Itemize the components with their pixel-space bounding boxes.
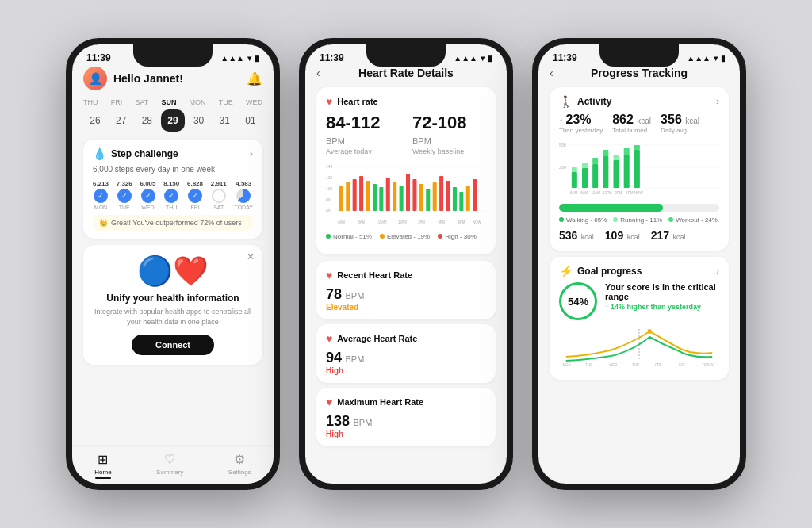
step-day-wed: 6,005 ✓ WED xyxy=(140,180,156,210)
stat-daily-avg: 356 kcal Daily avg xyxy=(661,113,699,134)
step-challenge-header: 💧 Step challenge › xyxy=(93,147,253,160)
svg-rect-48 xyxy=(592,164,598,188)
close-button[interactable]: ✕ xyxy=(247,251,255,262)
activity-card: 🚶 Activity › ↑ 23% Than yesterday xyxy=(550,87,729,251)
step-icon: 💧 xyxy=(93,147,106,160)
cal-date-active[interactable]: 29 xyxy=(161,109,185,132)
heart-icon-max: ♥ xyxy=(326,396,332,408)
svg-rect-45 xyxy=(572,167,577,172)
svg-rect-24 xyxy=(433,182,437,211)
svg-rect-10 xyxy=(339,186,343,211)
signal-icon: ▲▲▲ xyxy=(687,54,710,63)
outperform-badge: 👑 Great! You've outperformed 72% of user… xyxy=(93,215,253,231)
stat-avg-value: 356 xyxy=(661,113,682,126)
battery-icon: ▮ xyxy=(255,54,259,63)
wifi-icon: ▾ xyxy=(247,54,251,63)
step-day-fri: 6,828 ✓ FRI xyxy=(187,180,203,210)
svg-rect-13 xyxy=(359,176,363,211)
goal-up-arrow: ↑ xyxy=(605,303,611,311)
goal-text-block: Your score is in the critical range ↑ 14… xyxy=(605,282,719,311)
goal-chevron-icon[interactable]: › xyxy=(716,266,719,277)
cal-date[interactable]: 28 xyxy=(135,109,159,132)
cal-date[interactable]: 27 xyxy=(109,109,133,132)
stat-up-arrow: ↑ xyxy=(559,116,566,125)
chevron-right-icon[interactable]: › xyxy=(250,148,253,159)
svg-rect-30 xyxy=(473,179,477,211)
nav-summary[interactable]: ♡ Summary xyxy=(156,452,183,479)
greeting-text: Hello Jannet! xyxy=(113,72,183,85)
goal-icon: ⚡ xyxy=(559,265,573,277)
status-bar-3: 11:39 ▲▲▲ ▾ ▮ xyxy=(538,44,740,67)
svg-rect-26 xyxy=(446,181,450,211)
back-button-progress[interactable]: ‹ xyxy=(550,67,553,79)
step-days-row: 6,213 ✓ MON 7,326 ✓ TUE 6,005 ✓ WED xyxy=(93,180,253,210)
walking-icon: 🚶 xyxy=(559,95,573,108)
average-bpm-unit: BPM xyxy=(345,354,364,364)
cal-date[interactable]: 01 xyxy=(239,109,262,132)
cal-date[interactable]: 30 xyxy=(187,109,211,132)
avatar: 👤 xyxy=(83,67,107,90)
status-icons-3: ▲▲▲ ▾ ▮ xyxy=(687,54,726,63)
activity-section-label: Activity xyxy=(577,96,611,107)
step-day-today: 4,583 TODAY xyxy=(235,180,253,210)
legend-workout: Workout - 24% xyxy=(668,216,718,224)
kcal-running: 109 kcal xyxy=(605,228,640,243)
recent-hr-card: ♥ Recent Heart Rate 78 BPM Elevated xyxy=(316,261,496,319)
svg-text:TODAY: TODAY xyxy=(702,363,714,367)
battery-icon: ▮ xyxy=(488,54,492,63)
heart-icon-avg: ♥ xyxy=(326,332,332,345)
legend-normal: Normal - 51% xyxy=(326,233,372,240)
step-day-thu: 8,150 ✓ THU xyxy=(163,180,179,210)
step-day-tue: 7,326 ✓ TUE xyxy=(117,180,132,210)
progress-header: ‹ Progress Tracking xyxy=(550,67,729,79)
connect-button[interactable]: Connect xyxy=(132,335,214,355)
svg-text:TUE: TUE xyxy=(585,363,592,367)
heart-icon: ♥ xyxy=(326,95,332,108)
cal-date[interactable]: 26 xyxy=(83,109,107,132)
step-check-sat xyxy=(212,189,226,203)
goal-percent-circle: 54% xyxy=(559,282,597,320)
recent-bpm-value: 78 xyxy=(326,286,342,302)
status-bar-1: 11:39 ▲▲▲ ▾ ▮ xyxy=(72,44,274,67)
svg-text:10AM: 10AM xyxy=(378,220,387,224)
svg-text:500: 500 xyxy=(559,143,566,147)
heart-rate-header: ‹ Heart Rate Details xyxy=(316,67,496,79)
step-check-thu: ✓ xyxy=(164,189,178,203)
bell-icon[interactable]: 🔔 xyxy=(247,71,262,86)
back-button[interactable]: ‹ xyxy=(316,67,320,79)
average-status: High xyxy=(326,366,486,375)
goal-title-text: Your score is in the critical range xyxy=(605,282,719,301)
stat-total-burned: 862 kcal Total burned xyxy=(612,113,651,134)
recent-status: Elevated xyxy=(326,303,486,312)
bpm-weekly-value: 72-108 xyxy=(412,113,467,132)
legend-elevated: Elevated - 19% xyxy=(380,233,430,240)
nav-settings[interactable]: ⚙ Settings xyxy=(228,452,251,479)
nav-home[interactable]: ⊞ Home xyxy=(94,452,111,479)
activity-kcal-row: 536 kcal 109 kcal 217 kcal xyxy=(559,228,719,243)
activity-chevron-icon[interactable]: › xyxy=(716,96,719,107)
svg-point-73 xyxy=(648,329,652,334)
battery-icon: ▮ xyxy=(721,54,726,63)
stat-burned-value: 862 xyxy=(612,113,634,126)
svg-rect-15 xyxy=(373,184,377,211)
svg-rect-50 xyxy=(603,156,608,188)
svg-text:2PM: 2PM xyxy=(615,191,622,195)
heart-rate-chart: 140 120 100 80 60 xyxy=(326,162,486,225)
svg-text:WED: WED xyxy=(609,363,618,367)
bpm-today-unit: BPM xyxy=(326,136,345,146)
bpm-today-label: Average today xyxy=(326,147,400,155)
svg-rect-46 xyxy=(582,168,588,188)
recent-hr-label: ♥ Recent Heart Rate xyxy=(326,269,486,281)
svg-rect-22 xyxy=(419,184,423,211)
svg-text:60: 60 xyxy=(326,209,331,213)
home-header: 👤 Hello Jannet! 🔔 xyxy=(83,67,262,90)
step-challenge-card: 💧 Step challenge › 6,000 steps every day… xyxy=(83,140,262,239)
signal-icon: ▲▲▲ xyxy=(454,54,477,63)
svg-text:8AM: 8AM xyxy=(358,220,365,224)
cal-date[interactable]: 31 xyxy=(213,109,236,132)
health-unify-card: ✕ 🔵❤️ Unify your health information Inte… xyxy=(83,245,262,365)
svg-rect-16 xyxy=(379,187,383,211)
step-check-fri: ✓ xyxy=(188,189,202,203)
svg-rect-53 xyxy=(614,155,619,160)
home-icon: ⊞ xyxy=(98,452,108,467)
